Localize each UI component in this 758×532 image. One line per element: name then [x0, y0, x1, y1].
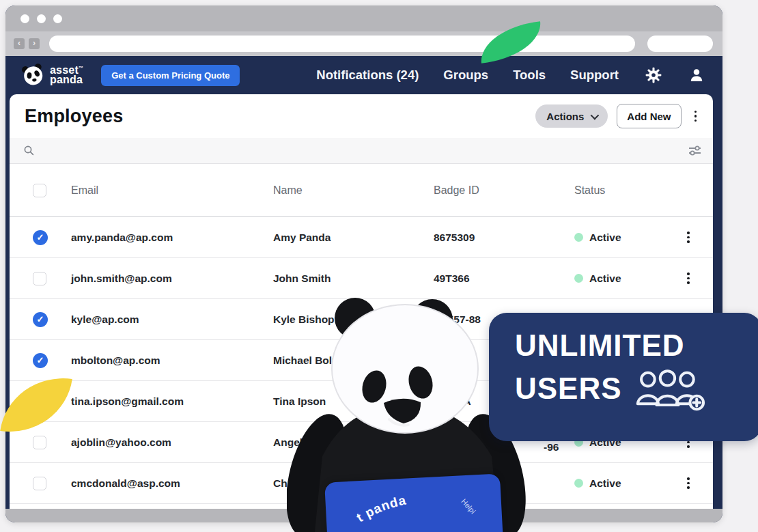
- unlimited-users-banner: UNLIMITED USERS: [489, 313, 758, 441]
- page-title: Employees: [25, 106, 123, 127]
- logo-tm: ™: [79, 66, 83, 70]
- status-dot: [574, 233, 583, 242]
- forward-icon[interactable]: ›: [29, 38, 40, 49]
- row-kebab-menu[interactable]: [683, 270, 694, 287]
- cell-email: amy.panda@ap.com: [71, 232, 273, 244]
- url-bar[interactable]: [49, 36, 635, 52]
- status-label: Active: [589, 272, 621, 285]
- app-navbar: asset™ panda Get a Custom Pricing Quote …: [5, 56, 722, 94]
- account-person-icon[interactable]: [688, 67, 705, 83]
- status-badge: Active: [574, 477, 668, 490]
- select-all-checkbox[interactable]: [33, 184, 46, 197]
- table-header-row: Email Name Badge ID Status: [10, 164, 713, 217]
- panda-logo-icon: [20, 63, 45, 87]
- row-kebab-menu[interactable]: [683, 475, 694, 492]
- svg-text:t panda: t panda: [353, 492, 408, 525]
- cell-name: Amy Panda: [273, 232, 434, 244]
- status-label: Active: [589, 477, 621, 490]
- cell-email: kyle@ap.com: [71, 313, 273, 326]
- column-header-status[interactable]: Status: [574, 184, 668, 197]
- nav-tools[interactable]: Tools: [513, 68, 546, 83]
- column-header-email[interactable]: Email: [71, 184, 273, 197]
- column-header-name[interactable]: Name: [273, 184, 434, 197]
- browser-extension-pill: [647, 36, 713, 52]
- cell-email: cmcdonald@asp.com: [71, 477, 273, 490]
- nav-support[interactable]: Support: [570, 68, 619, 83]
- nav-notifications[interactable]: Notifications (24): [316, 68, 419, 83]
- table-row[interactable]: ✓ amy.panda@ap.com Amy Panda 8675309 Act…: [10, 217, 713, 258]
- row-checkbox[interactable]: ✓: [33, 312, 48, 327]
- laptop-brand-text: t panda: [353, 492, 408, 525]
- row-checkbox[interactable]: ✓: [33, 230, 48, 245]
- banner-line2: USERS: [515, 374, 622, 404]
- status-dot: [574, 479, 583, 488]
- column-header-badge-id[interactable]: Badge ID: [434, 184, 574, 197]
- chevron-down-icon: [591, 111, 600, 120]
- status-label: Active: [589, 232, 621, 244]
- cell-email: john.smith@ap.com: [71, 272, 273, 285]
- cell-badge-id: 8675309: [434, 232, 574, 244]
- row-checkbox[interactable]: [33, 272, 46, 285]
- add-new-button[interactable]: Add New: [617, 104, 681, 128]
- window-control-maximize[interactable]: [53, 14, 62, 23]
- logo-word-panda: panda: [50, 75, 83, 85]
- back-icon[interactable]: ‹: [14, 38, 25, 49]
- status-badge: Active: [574, 272, 668, 285]
- browser-titlebar: [5, 5, 722, 31]
- nav-groups[interactable]: Groups: [443, 68, 488, 83]
- status-badge: Active: [574, 232, 668, 244]
- actions-button[interactable]: Actions: [535, 104, 608, 128]
- laptop-tagline-text: Helpi: [460, 497, 477, 516]
- search-icon: [23, 145, 35, 156]
- cell-email: mbolton@ap.com: [71, 354, 273, 367]
- cell-email: ajoblin@yahoo.com: [71, 436, 273, 449]
- badge-id-fragment: -96: [544, 441, 559, 453]
- pricing-quote-button[interactable]: Get a Custom Pricing Quote: [101, 65, 240, 86]
- actions-label: Actions: [546, 111, 584, 122]
- page: ‹ › asset™ panda: [0, 0, 758, 532]
- window-control-minimize[interactable]: [37, 14, 46, 23]
- banner-line1: UNLIMITED: [515, 331, 758, 361]
- settings-gear-icon[interactable]: [645, 66, 662, 84]
- browser-toolbar: ‹ ›: [5, 31, 722, 56]
- row-kebab-menu[interactable]: [683, 229, 694, 246]
- cell-name: John Smith: [273, 272, 434, 285]
- cell-email: tina.ipson@gmail.com: [71, 395, 273, 408]
- filter-sliders-icon[interactable]: [688, 145, 702, 156]
- row-checkbox[interactable]: [33, 436, 46, 449]
- row-checkbox[interactable]: [33, 477, 46, 490]
- users-add-icon: [633, 366, 707, 411]
- cell-badge-id: 49T366: [434, 272, 574, 285]
- row-checkbox[interactable]: ✓: [33, 353, 48, 368]
- status-dot: [574, 274, 583, 283]
- page-kebab-menu[interactable]: [690, 108, 701, 125]
- window-control-close[interactable]: [20, 14, 29, 23]
- search-input[interactable]: [10, 138, 713, 164]
- asset-panda-logo[interactable]: asset™ panda: [20, 63, 83, 87]
- panda-laptop-card: t panda Helpi: [324, 473, 504, 532]
